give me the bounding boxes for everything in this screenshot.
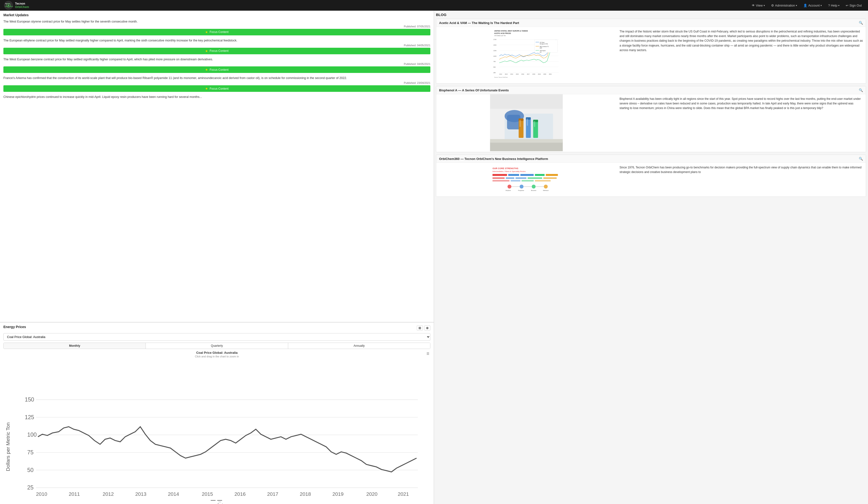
admin-icon: ⚙ — [771, 4, 774, 7]
svg-rect-91 — [546, 174, 558, 176]
svg-rect-76 — [526, 117, 531, 120]
blog-card-text: Bisphenol A availability has been critic… — [617, 94, 866, 152]
nav-help[interactable]: ? Help ▾ — [826, 3, 842, 8]
chart-subtitle: Click and drag in the chart to zoom in — [3, 355, 430, 358]
market-item: The West European benzene contract price… — [3, 57, 430, 73]
focus-content-button[interactable]: ★ Focus Content — [3, 85, 430, 92]
svg-text:1000: 1000 — [493, 56, 496, 57]
sign-out-button[interactable]: ↩ Sign Out — [843, 3, 864, 8]
blog-card-header: Acetic Acid & VAM — The Waiting Is The H… — [436, 19, 866, 27]
svg-text:Propylene: Propylene — [518, 190, 524, 191]
svg-text:2016: 2016 — [521, 73, 524, 75]
view-icon: 👁 — [752, 4, 755, 7]
star-icon: ★ — [205, 49, 208, 53]
svg-text:25: 25 — [27, 484, 34, 491]
svg-rect-98 — [511, 180, 520, 181]
svg-text:WE Contract T2: WE Contract T2 — [540, 46, 549, 47]
svg-text:Benzene: Benzene — [531, 190, 536, 191]
svg-text:100: 100 — [27, 432, 37, 438]
search-icon[interactable]: 🔍 — [859, 21, 863, 25]
right-panel: BLOG Acetic Acid & VAM — The Waiting Is … — [434, 11, 868, 504]
svg-text:UNITED STATES, WEST EUROPE & T: UNITED STATES, WEST EUROPE & TAIWAN — [494, 30, 528, 32]
market-item-text: The European ethylene contract price for… — [3, 38, 430, 43]
svg-rect-99 — [522, 180, 534, 181]
svg-rect-100 — [535, 180, 551, 181]
svg-text:2014: 2014 — [510, 73, 513, 75]
tab-annually[interactable]: Annually — [288, 343, 430, 349]
blog-card-header: Bisphenol A — A Series Of Unfortunate Ev… — [436, 86, 866, 94]
svg-text:75: 75 — [27, 449, 34, 455]
published-date: Published: 04/05/2021 — [3, 62, 430, 65]
svg-text:2020: 2020 — [366, 491, 378, 497]
tab-quarterly[interactable]: Quarterly — [146, 343, 288, 349]
chart-menu-icon[interactable]: ☰ — [426, 352, 430, 355]
svg-rect-75 — [526, 117, 531, 138]
svg-text:2013: 2013 — [135, 491, 146, 497]
svg-text:2017: 2017 — [527, 73, 530, 75]
nav-administration[interactable]: ⚙ Administration ▾ — [769, 3, 799, 8]
svg-point-104 — [544, 185, 548, 189]
market-updates-title: Market Updates — [3, 13, 430, 17]
svg-text:2011: 2011 — [69, 491, 80, 497]
market-item-text: Chinese epichlorohydrin prices continued… — [3, 95, 430, 99]
svg-text:2019: 2019 — [538, 73, 541, 75]
svg-rect-82 — [490, 141, 563, 151]
chevron-down-icon: ▾ — [764, 4, 765, 7]
table-view-button[interactable]: ⊞ — [417, 325, 423, 331]
svg-rect-83 — [490, 139, 563, 143]
chart-zoom-button[interactable]: ⊕ — [424, 325, 430, 331]
nav-account[interactable]: 👤 Account ▾ — [801, 3, 824, 8]
svg-rect-72 — [507, 115, 520, 129]
svg-rect-97 — [493, 180, 509, 181]
focus-content-button[interactable]: ★ Focus Content — [3, 29, 430, 36]
svg-point-4 — [8, 4, 9, 6]
coal-price-chart: 25 50 75 100 125 150 Dollars per Metric … — [3, 359, 430, 497]
chevron-down-icon: ▾ — [838, 4, 839, 7]
star-icon: ★ — [205, 87, 208, 90]
svg-text:2016: 2016 — [235, 491, 246, 497]
search-icon[interactable]: 🔍 — [859, 157, 863, 161]
svg-point-102 — [520, 185, 524, 189]
blog-card-acetic: Acetic Acid & VAM — The Waiting Is The H… — [436, 19, 866, 83]
market-item-text: France's Arkema has confirmed that the c… — [3, 76, 430, 80]
chart-title: Coal Price Global: Australia — [3, 351, 430, 354]
blog-card-body: OUR CORE STRENGTHS Intermediates, Fibres… — [436, 163, 866, 196]
star-icon: ★ — [205, 30, 208, 34]
search-icon[interactable]: 🔍 — [859, 88, 863, 92]
chevron-down-icon: ▾ — [796, 4, 797, 7]
chart-legend: — Coal Price Global: Australia — [3, 499, 430, 502]
svg-text:2017: 2017 — [267, 491, 278, 497]
blog-card-oc360: OrbiChem360 — Tecnon OrbiChem's New Busi… — [436, 154, 866, 197]
energy-header: Energy Prices ⊞ ⊕ — [3, 325, 430, 331]
svg-rect-73 — [519, 119, 524, 138]
brand-logo-icon: Tecnon OrbiChem — [4, 1, 13, 10]
focus-content-button[interactable]: ★ Focus Content — [3, 48, 430, 54]
svg-text:Storage (2-3 M): Storage (2-3 M) — [540, 43, 548, 44]
tab-monthly[interactable]: Monthly — [4, 343, 146, 349]
svg-rect-74 — [519, 119, 524, 121]
published-date: Published: 04/05/2021 — [3, 44, 430, 47]
energy-select[interactable]: Coal Price Global: Australia — [3, 333, 430, 341]
svg-text:2012: 2012 — [103, 491, 114, 497]
chevron-down-icon: ▾ — [820, 4, 822, 7]
svg-text:ACETIC ACID PRICES: ACETIC ACID PRICES — [494, 32, 511, 34]
navbar: Tecnon OrbiChem Tecnon OrbiChem 👁 View ▾… — [0, 0, 868, 11]
blog-card-title: Bisphenol A — A Series Of Unfortunate Ev… — [439, 89, 509, 92]
svg-rect-90 — [535, 174, 545, 176]
energy-prices-title: Energy Prices — [3, 325, 26, 329]
chart-area: Coal Price Global: Australia Click and d… — [3, 351, 430, 502]
svg-rect-96 — [544, 178, 557, 179]
nav-view[interactable]: 👁 View ▾ — [749, 3, 767, 8]
svg-text:Ethylene: Ethylene — [506, 190, 511, 191]
market-item: Chinese epichlorohydrin prices continued… — [3, 95, 430, 99]
svg-text:TW Import: TW Import — [540, 50, 546, 51]
svg-text:US Spot: US Spot — [540, 42, 545, 43]
focus-content-button[interactable]: ★ Focus Content — [3, 67, 430, 73]
svg-rect-77 — [533, 120, 538, 138]
svg-text:Methanol: Methanol — [543, 190, 549, 191]
published-date: Published: 23/04/2021 — [3, 81, 430, 84]
blog-card-text: The impact of the historic winter storm … — [617, 27, 866, 83]
svg-text:2015: 2015 — [202, 491, 213, 497]
svg-text:2020: 2020 — [544, 73, 546, 75]
oc360-image: OUR CORE STRENGTHS Intermediates, Fibres… — [436, 163, 617, 196]
